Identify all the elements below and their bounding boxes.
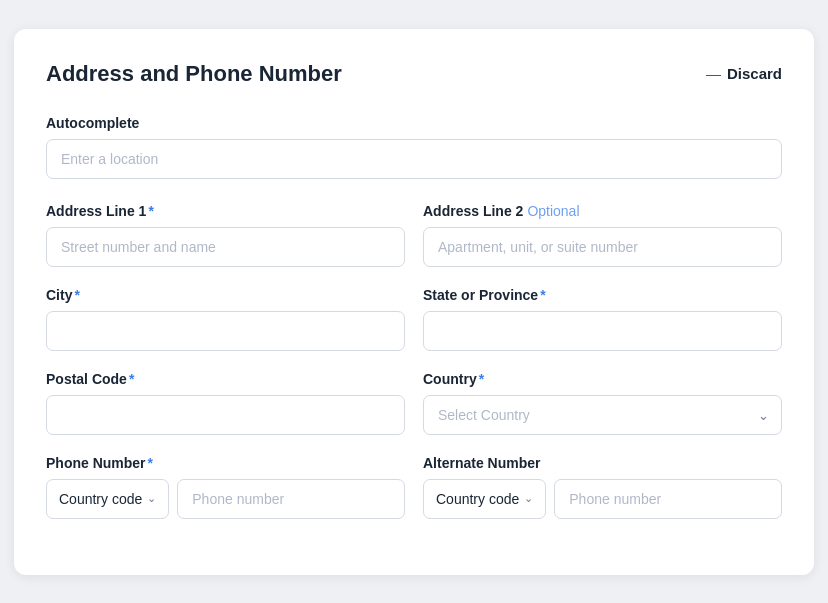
phone-number-input-row: Country code ⌄ xyxy=(46,479,405,519)
address-line-2-group: Address Line 2Optional xyxy=(423,203,782,267)
address-line-2-label: Address Line 2Optional xyxy=(423,203,782,219)
discard-button[interactable]: — Discard xyxy=(706,65,782,82)
alternate-number-input-row: Country code ⌄ xyxy=(423,479,782,519)
postal-code-input[interactable] xyxy=(46,395,405,435)
discard-label: Discard xyxy=(727,65,782,82)
alternate-number-input[interactable] xyxy=(554,479,782,519)
phone-country-code-chevron-icon: ⌄ xyxy=(147,492,156,505)
country-label: Country* xyxy=(423,371,782,387)
autocomplete-label: Autocomplete xyxy=(46,115,782,131)
country-select[interactable]: Select Country United States Canada Unit… xyxy=(423,395,782,435)
state-label: State or Province* xyxy=(423,287,782,303)
postal-code-label: Postal Code* xyxy=(46,371,405,387)
autocomplete-group: Autocomplete xyxy=(46,115,782,179)
country-select-wrapper: Select Country United States Canada Unit… xyxy=(423,395,782,435)
alternate-number-label: Alternate Number xyxy=(423,455,782,471)
discard-dash: — xyxy=(706,65,721,82)
address-line-1-label: Address Line 1* xyxy=(46,203,405,219)
state-input[interactable] xyxy=(423,311,782,351)
alternate-country-code-button[interactable]: Country code ⌄ xyxy=(423,479,546,519)
address-line-row: Address Line 1* Address Line 2Optional xyxy=(46,203,782,267)
alternate-country-code-chevron-icon: ⌄ xyxy=(524,492,533,505)
city-label: City* xyxy=(46,287,405,303)
card-header: Address and Phone Number — Discard xyxy=(46,61,782,87)
phone-number-group: Phone Number* Country code ⌄ xyxy=(46,455,405,519)
phone-row: Phone Number* Country code ⌄ Alternate N… xyxy=(46,455,782,519)
page-title: Address and Phone Number xyxy=(46,61,342,87)
city-input[interactable] xyxy=(46,311,405,351)
address-line-1-group: Address Line 1* xyxy=(46,203,405,267)
city-state-row: City* State or Province* xyxy=(46,287,782,351)
phone-number-label: Phone Number* xyxy=(46,455,405,471)
phone-number-input[interactable] xyxy=(177,479,405,519)
country-group: Country* Select Country United States Ca… xyxy=(423,371,782,435)
phone-country-code-button[interactable]: Country code ⌄ xyxy=(46,479,169,519)
address-phone-card: Address and Phone Number — Discard Autoc… xyxy=(14,29,814,575)
alternate-number-input-wrapper xyxy=(554,479,782,519)
postal-code-group: Postal Code* xyxy=(46,371,405,435)
alternate-country-code-label: Country code xyxy=(436,491,519,507)
phone-number-input-wrapper xyxy=(177,479,405,519)
postal-country-row: Postal Code* Country* Select Country Uni… xyxy=(46,371,782,435)
address-line-1-input[interactable] xyxy=(46,227,405,267)
address-line-2-input[interactable] xyxy=(423,227,782,267)
phone-country-code-label: Country code xyxy=(59,491,142,507)
autocomplete-input[interactable] xyxy=(46,139,782,179)
alternate-number-group: Alternate Number Country code ⌄ xyxy=(423,455,782,519)
city-group: City* xyxy=(46,287,405,351)
state-group: State or Province* xyxy=(423,287,782,351)
